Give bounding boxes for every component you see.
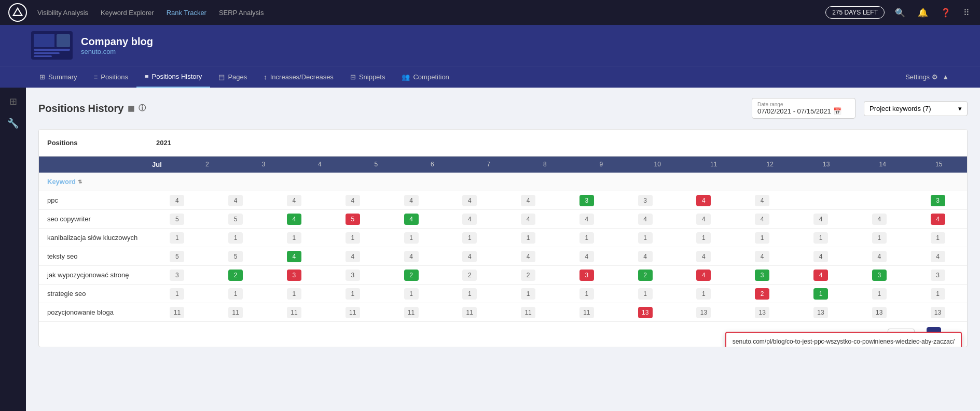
value-cell[interactable]: [850, 192, 908, 209]
value-cell[interactable]: 4: [674, 248, 733, 265]
value-cell[interactable]: 3: [908, 266, 967, 284]
value-cell[interactable]: 4: [674, 266, 733, 284]
value-cell[interactable]: 3: [733, 266, 792, 284]
value-cell[interactable]: 13: [733, 304, 792, 321]
value-cell[interactable]: 1: [440, 229, 499, 247]
value-cell[interactable]: 11: [557, 304, 616, 321]
nav-keyword-explorer[interactable]: Keyword Explorer: [101, 9, 154, 17]
project-url[interactable]: senuto.com: [81, 48, 116, 55]
value-cell[interactable]: 1: [499, 229, 558, 247]
value-cell[interactable]: 3: [557, 192, 616, 209]
value-cell[interactable]: 1: [616, 285, 674, 303]
value-cell[interactable]: 5: [206, 248, 265, 265]
value-cell[interactable]: 3: [908, 192, 967, 209]
value-cell[interactable]: 4: [382, 192, 440, 209]
bell-icon[interactable]: 🔔: [916, 6, 930, 20]
value-cell[interactable]: 1: [792, 229, 850, 247]
value-cell[interactable]: 4: [792, 266, 850, 284]
value-cell[interactable]: 1: [908, 229, 967, 247]
value-cell[interactable]: 1: [557, 229, 616, 247]
nav-serp-analysis[interactable]: SERP Analysis: [219, 9, 264, 17]
value-cell[interactable]: 1: [148, 229, 206, 247]
value-cell[interactable]: 4: [382, 248, 440, 265]
value-cell[interactable]: 11: [382, 304, 440, 321]
value-cell[interactable]: 4: [499, 248, 558, 265]
keywords-dropdown[interactable]: Project keywords (7) ▾: [864, 101, 968, 116]
subnav-positions[interactable]: ≡ Positions: [86, 66, 136, 88]
value-cell[interactable]: 4: [908, 248, 967, 265]
value-cell[interactable]: 11: [323, 304, 382, 321]
subnav-snippets[interactable]: ⊟ Snippets: [342, 66, 394, 88]
value-cell[interactable]: 1: [499, 285, 558, 303]
value-cell[interactable]: 3: [557, 266, 616, 284]
value-cell[interactable]: 1: [206, 229, 265, 247]
subnav-positions-history[interactable]: ≡ Positions History: [136, 66, 210, 88]
value-cell[interactable]: 1: [616, 229, 674, 247]
value-cell[interactable]: 4: [733, 192, 792, 209]
value-cell[interactable]: 1: [206, 285, 265, 303]
value-cell[interactable]: 11: [265, 304, 324, 321]
value-cell[interactable]: 2: [616, 266, 674, 284]
sidebar-grid-icon[interactable]: ⊞: [9, 96, 17, 107]
sidebar-tool-icon[interactable]: 🔧: [7, 118, 19, 129]
nav-rank-tracker[interactable]: Rank Tracker: [167, 9, 206, 17]
value-cell[interactable]: 4: [557, 210, 616, 228]
value-cell[interactable]: 5: [206, 210, 265, 228]
value-cell[interactable]: 4: [616, 248, 674, 265]
value-cell[interactable]: 2: [382, 266, 440, 284]
value-cell[interactable]: 4: [499, 192, 558, 209]
value-cell[interactable]: 3: [323, 266, 382, 284]
value-cell[interactable]: 4: [323, 248, 382, 265]
value-cell[interactable]: 3: [616, 192, 674, 209]
value-cell[interactable]: 1: [850, 229, 908, 247]
value-cell[interactable]: 4: [382, 210, 440, 228]
value-cell[interactable]: 13: [674, 304, 733, 321]
value-cell[interactable]: 4: [792, 210, 850, 228]
value-cell[interactable]: 4: [265, 248, 324, 265]
help-icon[interactable]: ❓: [938, 6, 953, 20]
value-cell[interactable]: 1: [440, 285, 499, 303]
value-cell[interactable]: 4: [850, 210, 908, 228]
value-cell[interactable]: 2: [499, 266, 558, 284]
value-cell[interactable]: 1: [792, 285, 850, 303]
value-cell[interactable]: 2: [733, 285, 792, 303]
value-cell[interactable]: 4: [674, 192, 733, 209]
info-icon[interactable]: ⓘ: [139, 104, 146, 113]
value-cell[interactable]: 4: [733, 210, 792, 228]
sort-icon[interactable]: ⇅: [78, 179, 82, 185]
value-cell[interactable]: 4: [440, 210, 499, 228]
collapse-icon[interactable]: ▲: [942, 73, 949, 81]
value-cell[interactable]: 13: [908, 304, 967, 321]
value-cell[interactable]: 4: [265, 192, 324, 209]
search-icon[interactable]: 🔍: [893, 6, 907, 20]
subnav-summary[interactable]: ⊞ Summary: [31, 66, 86, 88]
value-cell[interactable]: 11: [148, 304, 206, 321]
value-cell[interactable]: 1: [850, 285, 908, 303]
value-cell[interactable]: 1: [148, 285, 206, 303]
value-cell[interactable]: 1: [265, 285, 324, 303]
value-cell[interactable]: 1: [733, 229, 792, 247]
value-cell[interactable]: 4: [733, 248, 792, 265]
value-cell[interactable]: 5: [148, 210, 206, 228]
value-cell[interactable]: 11: [440, 304, 499, 321]
value-cell[interactable]: 4: [265, 210, 324, 228]
value-cell[interactable]: 1: [323, 229, 382, 247]
value-cell[interactable]: 4: [908, 210, 967, 228]
subnav-competition[interactable]: 👥 Competition: [393, 66, 457, 88]
value-cell[interactable]: 11: [206, 304, 265, 321]
value-cell[interactable]: 13: [792, 304, 850, 321]
value-cell[interactable]: 4: [440, 192, 499, 209]
value-cell[interactable]: 3: [850, 266, 908, 284]
value-cell[interactable]: 1: [557, 285, 616, 303]
value-cell[interactable]: 4: [206, 192, 265, 209]
date-range-control[interactable]: Date range 07/02/2021 - 07/15/2021 📅: [752, 98, 855, 119]
value-cell[interactable]: [792, 192, 850, 209]
value-cell[interactable]: 11: [499, 304, 558, 321]
value-cell[interactable]: 1: [382, 285, 440, 303]
value-cell[interactable]: 1: [674, 285, 733, 303]
value-cell[interactable]: 4: [850, 248, 908, 265]
value-cell[interactable]: 1: [908, 285, 967, 303]
value-cell[interactable]: 4: [674, 210, 733, 228]
value-cell[interactable]: 1: [265, 229, 324, 247]
value-cell[interactable]: 4: [440, 248, 499, 265]
